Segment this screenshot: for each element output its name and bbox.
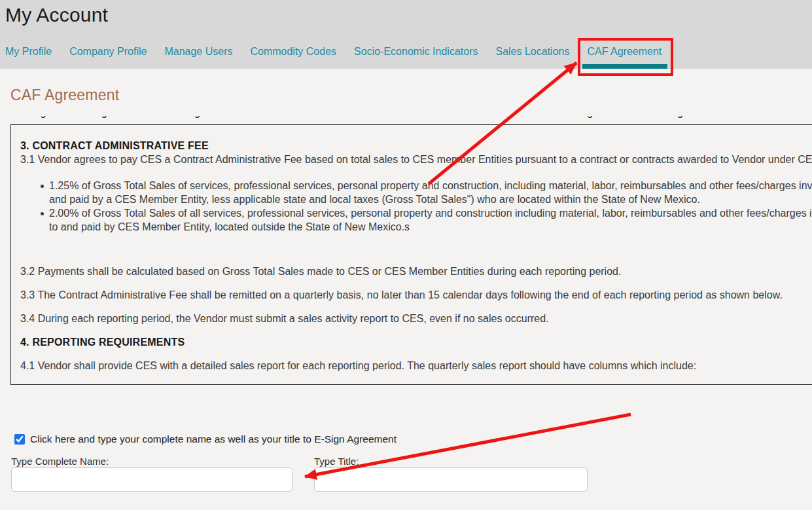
tab-commodity-codes[interactable]: Commodity Codes [250,46,336,58]
agreement-paragraph-3-2: 3.2 Payments shall be calculated based o… [20,264,812,278]
agreement-section-4-heading: 4. REPORTING REQUIREMENTS [20,335,812,349]
agreement-bullet-1-line-1: 1.25% of Gross Total Sales of services, … [20,179,812,192]
agreement-bullet-1-line-2: and paid by a CES Member Entity, less ap… [20,192,812,206]
agreement-paragraph-3-3: 3.3 The Contract Administrative Fee shal… [20,288,812,302]
page-title: My Account [5,4,108,26]
clipped-text-line: g g g g [11,116,744,121]
account-tab-bar: My Profile Company Profile Manage Users … [5,46,662,58]
esign-checkbox-label[interactable]: Click here and type your complete name a… [30,433,397,445]
agreement-paragraph-4-1: 4.1 Vendor shall provide CES with a deta… [20,359,812,373]
complete-name-label: Type Complete Name: [11,456,109,467]
agreement-bullet-2-line-2: to and paid by CES Member Entity, locate… [20,220,812,234]
agreement-section-3-heading: 3. CONTRACT ADMINISTRATIVE FEE [20,139,812,153]
tab-socio-economic-indicators[interactable]: Socio-Economic Indicators [354,46,478,58]
title-input[interactable] [314,467,588,492]
tab-caf-agreement[interactable]: CAF Agreement [587,46,662,58]
complete-name-input[interactable] [11,467,292,492]
esign-checkbox-row: Click here and type your complete name a… [14,433,397,445]
tab-manage-users[interactable]: Manage Users [164,46,232,58]
tab-company-profile[interactable]: Company Profile [69,46,147,58]
my-account-page: My Account My Profile Company Profile Ma… [0,0,812,510]
top-header-bar [0,0,812,69]
esign-checkbox[interactable] [14,434,25,445]
agreement-bullet-2-line-1: 2.00% of Gross Total Sales of all servic… [20,206,812,220]
tab-my-profile[interactable]: My Profile [5,46,52,58]
caf-agreement-heading: CAF Agreement [10,86,119,104]
agreement-scroll-box[interactable]: 3. CONTRACT ADMINISTRATIVE FEE 3.1 Vendo… [10,124,812,385]
agreement-paragraph-3-4: 3.4 During each reporting period, the Ve… [20,312,812,325]
agreement-paragraph-3-1: 3.1 Vendor agrees to pay CES a Contract … [20,153,812,166]
tab-sales-locations[interactable]: Sales Locations [495,46,569,58]
annotation-rectangle [578,38,673,76]
title-label: Type Title: [314,456,359,467]
